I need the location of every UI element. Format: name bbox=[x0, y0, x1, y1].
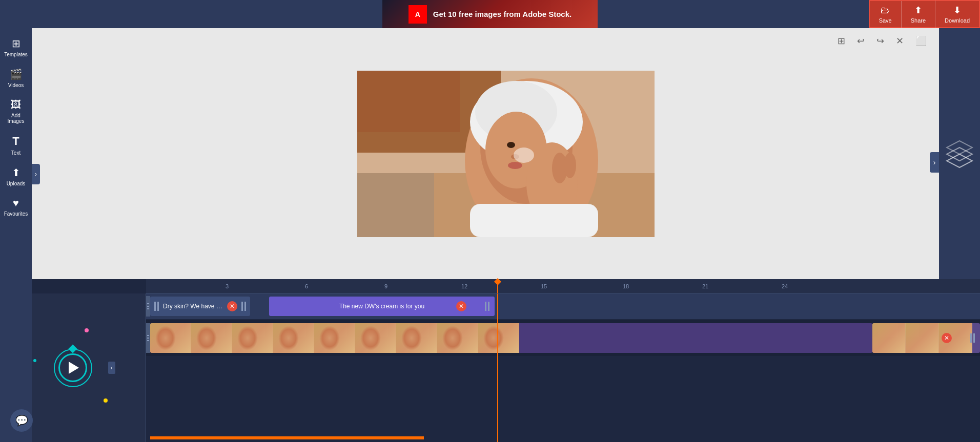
adobe-banner[interactable]: A Get 10 free images from Adobe Stock. bbox=[382, 0, 598, 28]
deco-dot-yellow bbox=[104, 398, 108, 403]
video-track-handle[interactable] bbox=[146, 323, 150, 353]
download-label: Download bbox=[945, 17, 970, 24]
ruler-mark-12: 12 bbox=[461, 283, 467, 289]
top-right-toolbar: 🗁 Save ⬆ Share ⬇ Download bbox=[869, 0, 980, 28]
video-thumb-right-1 bbox=[872, 323, 906, 353]
video-thumb-8 bbox=[437, 323, 478, 353]
pause-handle-1[interactable] bbox=[154, 302, 159, 311]
caption-track-handle[interactable] bbox=[146, 296, 150, 317]
timeline-expand-arrow[interactable]: › bbox=[108, 362, 115, 374]
pause-handle-3[interactable] bbox=[485, 302, 489, 311]
ruler-mark-18: 18 bbox=[623, 283, 629, 289]
video-thumb-4 bbox=[273, 323, 314, 353]
save-label: Save bbox=[879, 17, 892, 24]
play-button[interactable] bbox=[58, 353, 87, 382]
undo-button[interactable]: ↩ bbox=[855, 33, 867, 49]
videos-label: Videos bbox=[8, 82, 24, 88]
video-thumb-2 bbox=[191, 323, 232, 353]
video-thumb-1 bbox=[150, 323, 191, 353]
adobe-logo: A bbox=[409, 5, 427, 24]
svg-point-14 bbox=[564, 153, 576, 178]
videos-icon: 🎬 bbox=[10, 68, 23, 80]
progress-bar-fill bbox=[150, 436, 424, 439]
download-icon: ⬇ bbox=[953, 5, 961, 16]
svg-rect-17 bbox=[357, 173, 434, 237]
video-thumb-7 bbox=[396, 323, 437, 353]
svg-point-15 bbox=[514, 148, 534, 163]
share-button[interactable]: ⬆ Share bbox=[902, 1, 935, 28]
handle-line bbox=[147, 303, 149, 304]
download-button[interactable]: ⬇ Download bbox=[935, 1, 979, 28]
caption-track: Dry skin? We have the solu... ✕ The new … bbox=[146, 293, 980, 320]
pause-bar bbox=[488, 302, 489, 311]
pause-handle-2[interactable] bbox=[241, 302, 246, 311]
handle-line bbox=[147, 338, 149, 339]
share-label: Share bbox=[911, 17, 926, 24]
video-preview bbox=[357, 71, 655, 237]
top-bar: A Get 10 free images from Adobe Stock. bbox=[0, 0, 980, 28]
progress-bar-container[interactable] bbox=[150, 436, 980, 439]
video-preview-inner bbox=[357, 71, 655, 237]
video-thumb-9 bbox=[478, 323, 519, 353]
play-diamond bbox=[69, 344, 77, 353]
sidebar-expand-arrow[interactable]: › bbox=[32, 164, 40, 184]
play-outer-ring bbox=[54, 349, 92, 387]
text-label: Text bbox=[11, 150, 21, 156]
redo-button[interactable]: ↪ bbox=[874, 33, 886, 49]
adobe-logo-text: A bbox=[415, 10, 420, 18]
playhead-diamond bbox=[494, 278, 501, 285]
timeline-tracks: Dry skin? We have the solu... ✕ The new … bbox=[146, 293, 980, 442]
handle-line bbox=[147, 340, 149, 341]
chat-button[interactable]: 💬 bbox=[10, 409, 33, 432]
sidebar-item-videos[interactable]: 🎬 Videos bbox=[2, 64, 30, 92]
grid-toggle-button[interactable]: ⊞ bbox=[835, 33, 847, 49]
favourites-label: Favourites bbox=[4, 211, 28, 217]
video-track-right[interactable]: ✕ bbox=[872, 323, 980, 353]
layers-svg bbox=[944, 138, 975, 169]
pause-bar bbox=[244, 302, 246, 311]
caption-close-btn-2[interactable]: ✕ bbox=[456, 301, 466, 311]
video-close-btn[interactable]: ✕ bbox=[942, 333, 952, 343]
pause-bar bbox=[154, 302, 156, 311]
adobe-banner-text: Get 10 free images from Adobe Stock. bbox=[433, 10, 571, 18]
uploads-icon: ⬆ bbox=[12, 166, 21, 179]
ruler-mark-15: 15 bbox=[541, 283, 547, 289]
ruler-mark-21: 21 bbox=[702, 283, 708, 289]
video-thumb-6 bbox=[355, 323, 396, 353]
video-pause-handle[interactable] bbox=[970, 333, 975, 343]
left-sidebar: ⊞ Templates 🎬 Videos 🖼 Add Images T Text… bbox=[0, 28, 32, 442]
sidebar-item-favourites[interactable]: ♥ Favourites bbox=[2, 193, 30, 221]
layers-icon bbox=[944, 138, 975, 169]
pause-bar bbox=[485, 302, 486, 311]
save-button[interactable]: 🗁 Save bbox=[870, 1, 902, 28]
pause-bar bbox=[970, 333, 972, 343]
canvas-toolbar: ⊞ ↩ ↪ ✕ ⬜ bbox=[835, 33, 929, 49]
video-track: ✕ bbox=[146, 320, 980, 356]
favourites-icon: ♥ bbox=[13, 197, 19, 209]
playhead-ruler-marker bbox=[497, 279, 498, 293]
caption-close-btn-1[interactable]: ✕ bbox=[227, 301, 237, 311]
caption-segment-1[interactable]: Dry skin? We have the solu... ✕ bbox=[150, 297, 250, 316]
caption-text-1: Dry skin? We have the solu... bbox=[163, 303, 223, 310]
templates-icon: ⊞ bbox=[12, 37, 21, 50]
timeline-playhead-line bbox=[497, 293, 498, 442]
sidebar-item-text[interactable]: T Text bbox=[2, 131, 30, 160]
svg-point-9 bbox=[507, 142, 515, 148]
share-icon: ⬆ bbox=[914, 5, 922, 16]
video-track-inner[interactable] bbox=[150, 323, 872, 353]
svg-rect-16 bbox=[470, 204, 598, 237]
ruler-mark-6: 6 bbox=[305, 283, 308, 289]
sidebar-item-uploads[interactable]: ⬆ Uploads bbox=[2, 162, 30, 191]
video-thumb-5 bbox=[314, 323, 355, 353]
right-panel-collapse-button[interactable]: › bbox=[930, 152, 939, 173]
sidebar-item-add-images[interactable]: 🖼 Add Images bbox=[2, 95, 30, 128]
sidebar-item-templates[interactable]: ⊞ Templates bbox=[2, 33, 30, 61]
ruler-mark-9: 9 bbox=[384, 283, 387, 289]
svg-point-11 bbox=[508, 162, 522, 169]
fullscreen-button[interactable]: ⬜ bbox=[913, 33, 929, 49]
video-frame-svg bbox=[357, 71, 655, 237]
close-canvas-button[interactable]: ✕ bbox=[894, 33, 906, 49]
right-panel bbox=[939, 28, 980, 279]
caption-segment-2[interactable]: The new DW's cream is for you ✕ bbox=[269, 297, 495, 316]
handle-line bbox=[147, 306, 149, 307]
